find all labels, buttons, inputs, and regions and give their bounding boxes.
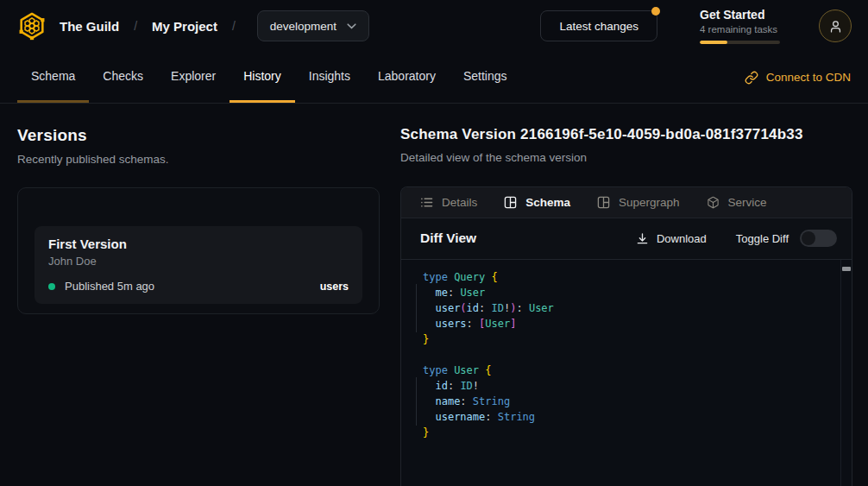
version-name: First Version (43, 237, 349, 251)
detail-tab-label: Details (442, 196, 477, 209)
get-started-progress-fill (700, 41, 727, 44)
columns-icon (597, 196, 610, 209)
nav-tab-insights[interactable]: Insights (295, 52, 364, 103)
version-author: John Doe (43, 255, 349, 268)
breadcrumb-project[interactable]: My Project (152, 19, 217, 34)
code-line: type User { (423, 363, 840, 378)
schema-code-viewer[interactable]: type Query { me: User user(id: ID!): Use… (401, 259, 852, 486)
schema-version-title: Schema Version 2166196f-5e10-4059-bd0a-0… (400, 126, 852, 143)
environment-selector-value: development (270, 20, 337, 33)
nav-tab-checks[interactable]: Checks (89, 52, 157, 103)
diff-view-header: Diff View Download Toggle Diff (401, 218, 852, 258)
versions-title: Versions (17, 126, 380, 145)
nav-tab-schema[interactable]: Schema (17, 52, 89, 103)
user-icon (828, 19, 843, 34)
breadcrumb-separator: / (232, 19, 236, 33)
code-scrollbar[interactable] (840, 260, 852, 486)
code-line: name: String (423, 394, 840, 409)
diff-view-title: Diff View (420, 230, 476, 246)
indent-guide (416, 315, 417, 332)
code-line: me: User (423, 285, 840, 300)
code-lines: type Query { me: User user(id: ID!): Use… (423, 269, 840, 440)
code-line: } (423, 331, 840, 347)
columns-icon (504, 196, 517, 209)
download-label: Download (657, 232, 707, 245)
version-list-item[interactable]: First Version John Doe Published 5m ago … (35, 226, 362, 304)
get-started-progress-track (700, 41, 780, 44)
detail-tabbar: DetailsSchemaSupergraphService (401, 187, 852, 218)
code-line: users: [User] (423, 316, 840, 331)
version-status: Published 5m ago (65, 280, 154, 293)
diff-actions: Download Toggle Diff (636, 230, 837, 247)
get-started-title: Get Started (700, 8, 780, 22)
main-content: Versions Recently published schemas. Fir… (0, 104, 868, 486)
breadcrumb-separator: / (134, 19, 137, 33)
get-started-subtitle: 4 remaining tasks (700, 23, 780, 35)
header-right-group: Latest changes Get Started 4 remaining t… (540, 8, 852, 44)
indent-guide (416, 300, 417, 317)
indent-guide (416, 377, 417, 394)
get-started-widget[interactable]: Get Started 4 remaining tasks (700, 8, 780, 44)
environment-selector[interactable]: development (257, 10, 369, 41)
nav-tab-history[interactable]: History (230, 52, 295, 103)
schema-version-subtitle: Detailed view of the schema version (400, 151, 852, 164)
latest-changes-button[interactable]: Latest changes (540, 10, 657, 41)
download-button[interactable]: Download (636, 232, 707, 245)
hive-logo-icon[interactable] (17, 11, 47, 41)
nav-tab-settings[interactable]: Settings (450, 52, 521, 103)
code-line: username: String (423, 409, 840, 425)
detail-tab-service[interactable]: Service (707, 196, 767, 209)
connect-to-cdn-label: Connect to CDN (766, 71, 851, 84)
nav-tabs: SchemaChecksExplorerHistoryInsightsLabor… (17, 52, 521, 103)
code-line: type Query { (423, 269, 840, 285)
code-line: } (423, 425, 840, 440)
cube-icon (707, 196, 720, 209)
code-line: user(id: ID!): User (423, 300, 840, 316)
schema-version-card: DetailsSchemaSupergraphService Diff View… (400, 186, 852, 486)
chevron-down-icon (347, 23, 356, 29)
indent-guide (416, 393, 417, 410)
indent-guide (416, 284, 417, 301)
detail-tab-supergraph[interactable]: Supergraph (597, 196, 680, 209)
published-status-dot (48, 283, 55, 290)
main-nav: SchemaChecksExplorerHistoryInsightsLabor… (0, 52, 868, 104)
list-icon (420, 196, 433, 209)
detail-tab-label: Schema (525, 196, 570, 209)
notification-dot (651, 7, 660, 16)
top-header: The Guild / My Project / development Lat… (0, 0, 868, 52)
link-icon (745, 71, 758, 85)
connect-to-cdn-link[interactable]: Connect to CDN (745, 52, 851, 103)
latest-changes-label: Latest changes (559, 20, 638, 33)
breadcrumb-org[interactable]: The Guild (60, 19, 119, 34)
nav-tab-laboratory[interactable]: Laboratory (364, 52, 450, 103)
breadcrumb: The Guild / My Project / (60, 19, 236, 34)
toggle-knob (802, 231, 815, 245)
avatar[interactable] (819, 9, 852, 42)
toggle-diff-label: Toggle Diff (736, 232, 789, 245)
version-status-row: Published 5m ago users (43, 280, 349, 293)
indent-guide (416, 408, 417, 426)
detail-tab-label: Supergraph (619, 196, 680, 209)
versions-list-card: First Version John Doe Published 5m ago … (17, 187, 380, 314)
detail-tab-details[interactable]: Details (420, 196, 477, 209)
download-icon (636, 232, 649, 245)
versions-subtitle: Recently published schemas. (17, 153, 380, 166)
scrollbar-thumb[interactable] (842, 267, 851, 271)
detail-tab-schema[interactable]: Schema (504, 196, 570, 209)
schema-version-panel: Schema Version 2166196f-5e10-4059-bd0a-0… (400, 104, 868, 486)
code-line (423, 347, 840, 363)
version-service-badge: users (320, 281, 349, 293)
nav-tab-explorer[interactable]: Explorer (157, 52, 230, 103)
code-line: id: ID! (423, 378, 840, 394)
versions-panel: Versions Recently published schemas. Fir… (0, 104, 400, 486)
toggle-diff-switch[interactable] (800, 230, 837, 247)
detail-tab-label: Service (728, 196, 767, 209)
